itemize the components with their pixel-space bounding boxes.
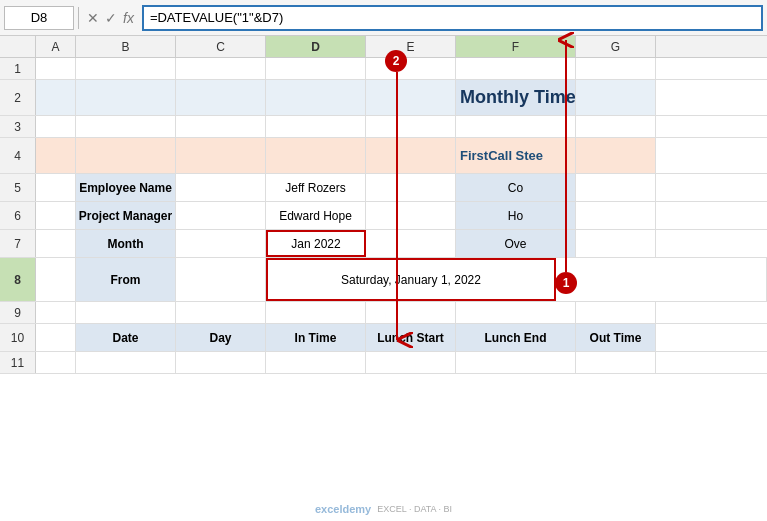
cell-e4[interactable] (366, 138, 456, 173)
cell-g10[interactable]: Out Time (576, 324, 656, 351)
cell-e1[interactable] (366, 58, 456, 79)
row-header-3[interactable]: 3 (0, 116, 36, 137)
cell-d7[interactable]: Jan 2022 (266, 230, 366, 257)
cell-c3[interactable] (176, 116, 266, 137)
row-header-2[interactable]: 2 (0, 80, 36, 115)
cell-g11[interactable] (576, 352, 656, 373)
col-header-b[interactable]: B (76, 36, 176, 57)
cell-b7[interactable]: Month (76, 230, 176, 257)
cell-d11[interactable] (266, 352, 366, 373)
cell-e7[interactable] (366, 230, 456, 257)
cell-f2[interactable]: Monthly Timesh (456, 80, 576, 115)
row-header-9[interactable]: 9 (0, 302, 36, 323)
cell-c1[interactable] (176, 58, 266, 79)
cell-f9[interactable] (456, 302, 576, 323)
table-row: 8 From Saturday, January 1, 2022 (0, 258, 767, 302)
cell-d9[interactable] (266, 302, 366, 323)
cell-g4[interactable] (576, 138, 656, 173)
cell-b5[interactable]: Employee Name (76, 174, 176, 201)
row-header-4[interactable]: 4 (0, 138, 36, 173)
cell-f11[interactable] (456, 352, 576, 373)
cell-d8[interactable]: Saturday, January 1, 2022 (266, 258, 556, 301)
cell-b8[interactable]: From (76, 258, 176, 301)
cell-a8[interactable] (36, 258, 76, 301)
cell-f6[interactable]: Ho (456, 202, 576, 229)
cell-d3[interactable] (266, 116, 366, 137)
cell-g9[interactable] (576, 302, 656, 323)
cell-c8[interactable] (176, 258, 266, 301)
row-header-5[interactable]: 5 (0, 174, 36, 201)
cell-c4[interactable] (176, 138, 266, 173)
fx-icon[interactable]: fx (123, 10, 134, 26)
row-header-10[interactable]: 10 (0, 324, 36, 351)
cell-g6[interactable] (576, 202, 656, 229)
cell-c9[interactable] (176, 302, 266, 323)
cell-f7[interactable]: Ove (456, 230, 576, 257)
cell-c5[interactable] (176, 174, 266, 201)
cell-a6[interactable] (36, 202, 76, 229)
col-label-f5: Co (508, 181, 523, 195)
cell-c11[interactable] (176, 352, 266, 373)
cell-d6[interactable]: Edward Hope (266, 202, 366, 229)
cell-f4[interactable]: FirstCall Stee (456, 138, 576, 173)
cell-b3[interactable] (76, 116, 176, 137)
cell-a3[interactable] (36, 116, 76, 137)
col-header-a[interactable]: A (36, 36, 76, 57)
cell-f5[interactable]: Co (456, 174, 576, 201)
confirm-icon[interactable]: ✓ (105, 10, 117, 26)
cell-e10[interactable]: Lunch Start (366, 324, 456, 351)
cell-c6[interactable] (176, 202, 266, 229)
col-header-g[interactable]: G (576, 36, 656, 57)
row-header-6[interactable]: 6 (0, 202, 36, 229)
cell-d2[interactable] (266, 80, 366, 115)
cell-f1[interactable] (456, 58, 576, 79)
cell-a7[interactable] (36, 230, 76, 257)
cell-b6[interactable]: Project Manager (76, 202, 176, 229)
row-header-11[interactable]: 11 (0, 352, 36, 373)
cell-d1[interactable] (266, 58, 366, 79)
cell-b9[interactable] (76, 302, 176, 323)
row-header-8[interactable]: 8 (0, 258, 36, 301)
cell-b4[interactable] (76, 138, 176, 173)
cell-e6[interactable] (366, 202, 456, 229)
cell-c7[interactable] (176, 230, 266, 257)
cell-g8[interactable] (556, 258, 767, 301)
row-header-7[interactable]: 7 (0, 230, 36, 257)
col-header-f[interactable]: F (456, 36, 576, 57)
cell-name-box[interactable]: D8 (4, 6, 74, 30)
col-header-e[interactable]: E (366, 36, 456, 57)
cell-e5[interactable] (366, 174, 456, 201)
cell-g7[interactable] (576, 230, 656, 257)
cell-d10[interactable]: In Time (266, 324, 366, 351)
cell-f10[interactable]: Lunch End (456, 324, 576, 351)
cell-g1[interactable] (576, 58, 656, 79)
cancel-icon[interactable]: ✕ (87, 10, 99, 26)
cell-g5[interactable] (576, 174, 656, 201)
row-header-1[interactable]: 1 (0, 58, 36, 79)
cell-e3[interactable] (366, 116, 456, 137)
cell-f3[interactable] (456, 116, 576, 137)
cell-a4[interactable] (36, 138, 76, 173)
cell-a9[interactable] (36, 302, 76, 323)
cell-g2[interactable] (576, 80, 656, 115)
formula-input[interactable]: =DATEVALUE("1"&D7) (142, 5, 763, 31)
cell-a11[interactable] (36, 352, 76, 373)
col-header-c[interactable]: C (176, 36, 266, 57)
cell-a5[interactable] (36, 174, 76, 201)
cell-e2[interactable] (366, 80, 456, 115)
cell-b1[interactable] (76, 58, 176, 79)
cell-g3[interactable] (576, 116, 656, 137)
cell-e11[interactable] (366, 352, 456, 373)
cell-b10[interactable]: Date (76, 324, 176, 351)
cell-d4[interactable] (266, 138, 366, 173)
col-header-d[interactable]: D (266, 36, 366, 57)
cell-d5[interactable]: Jeff Rozers (266, 174, 366, 201)
cell-b11[interactable] (76, 352, 176, 373)
cell-a1[interactable] (36, 58, 76, 79)
cell-e9[interactable] (366, 302, 456, 323)
cell-c10[interactable]: Day (176, 324, 266, 351)
cell-a10[interactable] (36, 324, 76, 351)
cell-b2[interactable] (76, 80, 176, 115)
cell-c2[interactable] (176, 80, 266, 115)
cell-a2[interactable] (36, 80, 76, 115)
